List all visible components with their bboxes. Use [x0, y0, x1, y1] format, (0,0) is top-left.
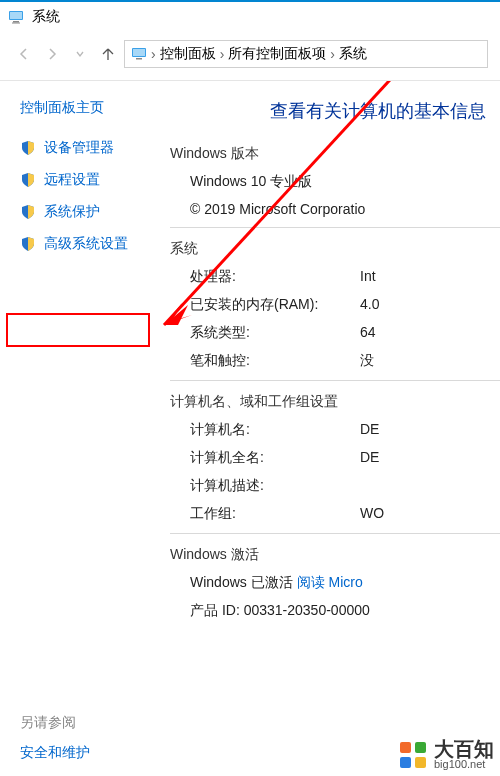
title-bar: 系统	[0, 0, 500, 32]
row-full-name: 计算机全名:DE	[190, 449, 500, 467]
sidebar-item-remote-settings[interactable]: 远程设置	[20, 171, 148, 189]
row-system-type: 系统类型:64	[190, 324, 500, 342]
edition-value: Windows 10 专业版	[190, 173, 500, 191]
copyright-text: © 2019 Microsoft Corporatio	[190, 201, 500, 217]
svg-rect-6	[136, 58, 142, 60]
nav-back-button[interactable]	[12, 42, 36, 66]
row-description: 计算机描述:	[190, 477, 500, 495]
sidebar-item-label: 设备管理器	[44, 139, 114, 157]
nav-recent-dropdown[interactable]	[68, 42, 92, 66]
shield-icon	[20, 140, 36, 156]
breadcrumb-item[interactable]: 系统	[339, 45, 367, 63]
sidebar-item-label: 系统保护	[44, 203, 100, 221]
see-also-security-link[interactable]: 安全和维护	[20, 744, 90, 762]
svg-rect-1	[10, 12, 22, 19]
breadcrumb-system-icon	[131, 46, 147, 62]
chevron-right-icon: ›	[151, 46, 156, 62]
svg-rect-11	[415, 742, 426, 753]
sidebar: 控制面板主页 设备管理器 远程设置 系统保护 高级系统设置 另请参阅 安全和维护	[0, 81, 160, 776]
svg-rect-2	[13, 21, 19, 23]
divider	[170, 227, 500, 228]
row-ram: 已安装的内存(RAM):4.0	[190, 296, 500, 314]
svg-rect-3	[12, 23, 20, 24]
row-computer-name: 计算机名:DE	[190, 421, 500, 439]
chevron-right-icon: ›	[330, 46, 335, 62]
see-also-heading: 另请参阅	[20, 714, 90, 732]
svg-rect-10	[400, 742, 411, 753]
svg-rect-5	[133, 49, 145, 56]
watermark-logo-icon	[398, 740, 428, 770]
section-computer-name: 计算机名、域和工作组设置	[170, 393, 500, 411]
nav-forward-button[interactable]	[40, 42, 64, 66]
svg-rect-12	[400, 757, 411, 768]
section-windows-edition: Windows 版本	[170, 145, 500, 163]
breadcrumb-item[interactable]: 控制面板	[160, 45, 216, 63]
window-title: 系统	[32, 8, 60, 26]
watermark-title: 大百知	[434, 739, 494, 759]
watermark-url: big100.net	[434, 759, 494, 770]
section-activation: Windows 激活	[170, 546, 500, 564]
activation-status: Windows 已激活 阅读 Micro	[190, 574, 500, 592]
divider	[170, 533, 500, 534]
shield-icon	[20, 204, 36, 220]
product-id-row: 产品 ID: 00331-20350-00000	[190, 602, 500, 620]
shield-icon	[20, 172, 36, 188]
sidebar-item-advanced-settings[interactable]: 高级系统设置	[20, 235, 148, 253]
nav-up-button[interactable]	[96, 42, 120, 66]
breadcrumb-item[interactable]: 所有控制面板项	[228, 45, 326, 63]
svg-marker-9	[164, 305, 188, 325]
divider	[170, 380, 500, 381]
svg-marker-8	[164, 303, 192, 325]
main-content: 查看有关计算机的基本信息 Windows 版本 Windows 10 专业版 ©…	[160, 81, 500, 776]
shield-icon	[20, 236, 36, 252]
sidebar-home-link[interactable]: 控制面板主页	[20, 99, 148, 117]
section-system: 系统	[170, 240, 500, 258]
sidebar-item-system-protection[interactable]: 系统保护	[20, 203, 148, 221]
chevron-right-icon: ›	[220, 46, 225, 62]
activation-read-link[interactable]: 阅读 Micro	[297, 574, 363, 590]
sidebar-item-label: 远程设置	[44, 171, 100, 189]
sidebar-item-label: 高级系统设置	[44, 235, 128, 253]
nav-row: › 控制面板 › 所有控制面板项 › 系统	[0, 32, 500, 76]
annotation-highlight-box	[6, 313, 150, 347]
system-icon	[8, 9, 24, 25]
row-pen-touch: 笔和触控:没	[190, 352, 500, 370]
breadcrumb[interactable]: › 控制面板 › 所有控制面板项 › 系统	[124, 40, 488, 68]
row-processor: 处理器:Int	[190, 268, 500, 286]
page-title: 查看有关计算机的基本信息	[270, 99, 500, 123]
watermark: 大百知 big100.net	[398, 739, 494, 770]
svg-rect-13	[415, 757, 426, 768]
sidebar-item-device-manager[interactable]: 设备管理器	[20, 139, 148, 157]
row-workgroup: 工作组:WO	[190, 505, 500, 523]
